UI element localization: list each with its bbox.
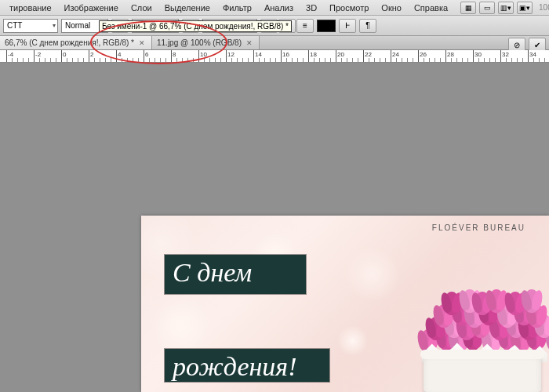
- flower-box-graphic: [400, 294, 549, 392]
- document-tooltip: Без имени-1 @ 66,7% (С днем рождения!, R…: [99, 20, 292, 32]
- font-family-combo[interactable]: CTT: [3, 19, 58, 33]
- menu-bar: тирование Изображение Слои Выделение Фил…: [0, 0, 549, 16]
- close-icon[interactable]: ✕: [137, 39, 147, 47]
- horizontal-ruler[interactable]: -4-20246810121416182022242628303234: [0, 50, 549, 63]
- view-extras-icon[interactable]: ▭: [479, 2, 495, 14]
- tulip-icon: [524, 289, 540, 313]
- bokeh-circle: [149, 294, 212, 357]
- brand-text: FLOÉVER BUREAU: [432, 223, 525, 232]
- hat-box: [424, 353, 541, 392]
- tulip-icon: [489, 289, 504, 313]
- text-color-swatch[interactable]: [317, 20, 336, 32]
- bokeh-circle: [345, 247, 400, 302]
- document-canvas[interactable]: FLOÉVER BUREAU С днем рождения!: [141, 216, 549, 392]
- menu-view[interactable]: Просмотр: [323, 2, 375, 14]
- bokeh-circle: [337, 325, 369, 357]
- menu-filter[interactable]: Фильтр: [216, 2, 258, 14]
- canvas-workspace[interactable]: FLOÉVER BUREAU С днем рождения!: [0, 63, 549, 392]
- char-panel-icon[interactable]: ¶: [359, 19, 376, 33]
- menu-layers[interactable]: Слои: [125, 2, 158, 14]
- text-layer-line2[interactable]: рождения!: [165, 349, 329, 382]
- screen-mode-icon[interactable]: ▣▾: [517, 2, 533, 14]
- launch-bridge-icon[interactable]: ▦: [460, 2, 476, 14]
- menu-select[interactable]: Выделение: [158, 2, 216, 14]
- align-right-icon[interactable]: ≡: [296, 19, 314, 33]
- menu-window[interactable]: Окно: [375, 2, 408, 14]
- menu-image[interactable]: Изображение: [58, 2, 125, 14]
- tulip-icon: [444, 292, 460, 315]
- close-icon[interactable]: ✕: [245, 39, 254, 47]
- document-tab[interactable]: 11.jpg @ 100% (RGB/8) ✕: [152, 36, 260, 49]
- document-tab[interactable]: 66,7% (С днем рождения!, RGB/8) * ✕: [0, 36, 152, 49]
- document-tab-label: 11.jpg @ 100% (RGB/8): [157, 38, 242, 47]
- text-layer-line1[interactable]: С днем: [165, 255, 306, 294]
- menu-help[interactable]: Справка: [408, 2, 454, 14]
- document-tab-bar: 66,7% (С днем рождения!, RGB/8) * ✕ 11.j…: [0, 36, 549, 50]
- menu-analysis[interactable]: Анализ: [258, 2, 300, 14]
- document-tab-label: 66,7% (С днем рождения!, RGB/8) *: [5, 38, 134, 47]
- arrange-docs-icon[interactable]: ▥▾: [498, 2, 514, 14]
- menu-edit[interactable]: тирование: [3, 2, 58, 14]
- warp-text-icon[interactable]: Ⱶ: [339, 19, 356, 33]
- zoom-level[interactable]: 100%: [536, 3, 549, 12]
- menu-3d[interactable]: 3D: [300, 2, 323, 14]
